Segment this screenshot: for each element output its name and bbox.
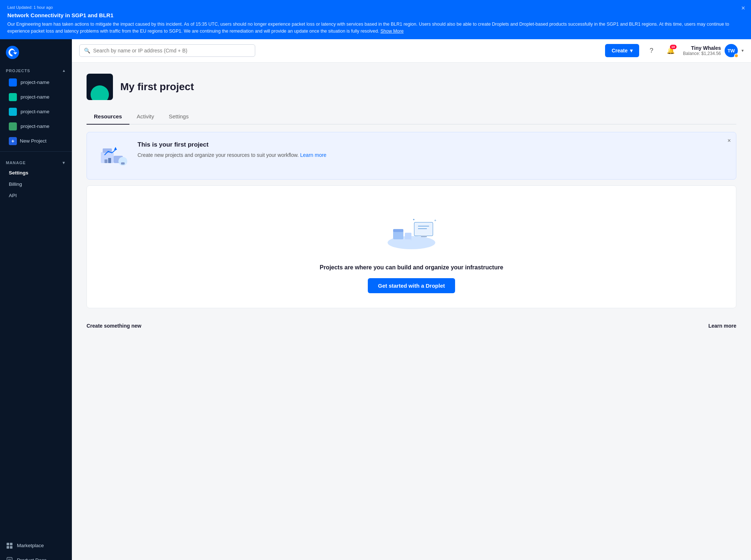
tabs: Resources Activity Settings [87,109,736,125]
svg-rect-4 [10,546,12,549]
header: 🔍 Create ▾ ? 🔔 10 Tiny Whales Balance: $… [72,39,751,63]
sidebar-item-marketplace[interactable]: Marketplace [0,538,72,553]
sidebar-item-project-4[interactable]: project-name [3,119,69,133]
svg-rect-1 [7,543,9,545]
create-button[interactable]: Create ▾ [605,44,639,57]
get-started-button[interactable]: Get started with a Droplet [368,278,455,293]
project-icon-top [92,77,107,84]
svg-rect-22 [414,222,433,236]
logo[interactable] [0,39,72,63]
avatar-badge [734,54,739,58]
create-something-new-link[interactable]: Create something new [87,323,141,329]
tab-resources[interactable]: Resources [87,109,129,125]
learn-more-link[interactable]: Learn more [708,323,736,329]
project-title: My first project [120,81,194,93]
notification-badge: 10 [670,45,677,49]
main-content: My first project Resources Activity Sett… [72,63,751,560]
alert-title: Network Connectivity in SGP1 and BLR1 [7,11,744,20]
svg-rect-5 [7,557,12,560]
info-card-illustration [97,141,130,170]
sidebar-item-project-3[interactable]: project-name [3,105,69,119]
new-project-button[interactable]: + New Project [3,134,69,148]
svg-rect-2 [10,543,12,545]
info-card-body: Create new projects and organize your re… [138,151,326,159]
sidebar-item-settings[interactable]: Settings [3,167,69,178]
svg-marker-12 [114,147,117,150]
sidebar-item-project-2[interactable]: project-name [3,90,69,104]
svg-text:+: + [434,218,436,222]
sidebar-bottom: Marketplace Product Docs [0,538,72,560]
show-more-link[interactable]: Show More [380,29,403,34]
plus-icon: + [9,137,17,145]
user-balance: Balance: $1,234.56 [683,51,721,56]
svg-rect-16 [121,162,125,165]
alert-updated: Last Updated: 1 hour ago [7,4,744,11]
user-menu[interactable]: Tiny Whales Balance: $1,234.56 TW ▾ [683,44,744,57]
avatar: TW [725,44,738,57]
info-card-learn-more-link[interactable]: Learn more [300,152,327,158]
empty-state-illustration: + ✦ · [378,204,444,255]
app-container: PROJECTS ▲ project-name project-name pro… [0,39,751,560]
alert-close-button[interactable]: × [741,4,745,12]
project-2-icon [9,93,17,101]
sidebar: PROJECTS ▲ project-name project-name pro… [0,39,72,560]
sidebar-item-api[interactable]: API [3,190,69,201]
sidebar-item-product-docs[interactable]: Product Docs [0,553,72,560]
project-1-icon [9,78,17,86]
projects-chevron-icon: ▲ [62,69,66,73]
help-button[interactable]: ? [645,44,658,57]
svg-rect-19 [393,229,403,232]
manage-chevron-icon: ▼ [62,161,66,165]
sidebar-item-project-1[interactable]: project-name [3,75,69,89]
project-icon [87,74,113,100]
info-card: This is your first project Create new pr… [87,132,736,180]
notifications-button[interactable]: 🔔 10 [664,44,677,57]
svg-rect-14 [108,158,111,163]
create-chevron-icon: ▾ [630,48,633,54]
project-icon-inner [91,85,109,100]
projects-section-header[interactable]: PROJECTS ▲ [0,63,72,75]
user-text: Tiny Whales Balance: $1,234.56 [683,45,721,56]
svg-rect-25 [421,236,427,237]
search-icon: 🔍 [84,48,90,54]
search-input[interactable] [93,48,250,54]
sidebar-divider [0,151,72,152]
svg-text:✦: ✦ [413,218,415,221]
manage-section-header[interactable]: MANAGE ▼ [0,155,72,167]
user-chevron-icon: ▾ [741,48,744,53]
svg-text:·: · [411,239,411,241]
search-bar[interactable]: 🔍 [79,44,255,57]
alert-banner: Last Updated: 1 hour ago Network Connect… [0,0,751,39]
project-3-icon [9,108,17,116]
svg-rect-13 [105,159,107,163]
sidebar-item-billing[interactable]: Billing [3,179,69,189]
project-4-icon [9,122,17,130]
svg-rect-3 [7,546,9,549]
empty-state-card: + ✦ · Projects are where you can build a… [87,185,736,308]
info-card-heading: This is your first project [138,141,326,148]
empty-state-title: Projects are where you can build and org… [320,264,503,271]
info-card-text: This is your first project Create new pr… [138,141,326,159]
tab-settings[interactable]: Settings [161,109,196,125]
project-header: My first project [87,74,736,100]
info-card-close-button[interactable]: × [728,137,731,144]
marketplace-icon [6,542,13,549]
docs-icon [6,557,13,560]
tab-activity[interactable]: Activity [129,109,162,125]
alert-body: Our Engineering team has taken actions t… [7,21,744,35]
user-name: Tiny Whales [683,45,721,51]
footer-row: Create something new Learn more [87,319,736,332]
